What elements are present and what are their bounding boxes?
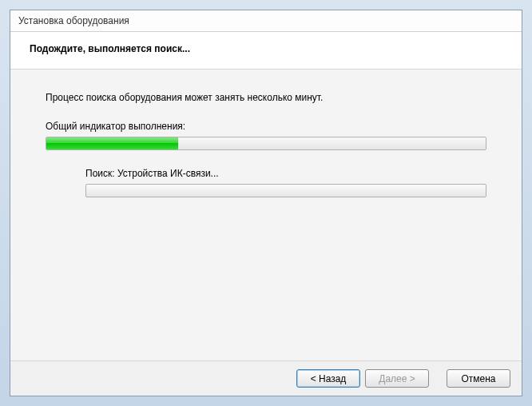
cancel-button[interactable]: Отмена	[447, 369, 510, 388]
wizard-header: Подождите, выполняется поиск...	[10, 32, 522, 70]
wizard-footer: < Назад Далее > Отмена	[10, 360, 522, 396]
search-block: Поиск: Устройства ИК-связи...	[46, 168, 486, 197]
search-progress-bar	[85, 184, 486, 197]
search-status-label: Поиск: Устройства ИК-связи...	[85, 168, 486, 179]
next-button: Далее >	[365, 369, 429, 388]
window-title: Установка оборудования	[18, 15, 129, 26]
wizard-content: Процесс поиска оборудования может занять…	[10, 70, 522, 360]
overall-progress-fill	[46, 137, 178, 149]
overall-progress-label: Общий индикатор выполнения:	[46, 121, 486, 132]
button-spacer	[434, 369, 442, 388]
back-button[interactable]: < Назад	[296, 369, 360, 388]
window-titlebar: Установка оборудования	[10, 10, 522, 32]
page-heading: Подождите, выполняется поиск...	[30, 43, 502, 54]
intro-text: Процесс поиска оборудования может занять…	[46, 92, 486, 103]
wizard-window: Установка оборудования Подождите, выполн…	[10, 10, 522, 396]
overall-progress-bar	[46, 137, 486, 150]
